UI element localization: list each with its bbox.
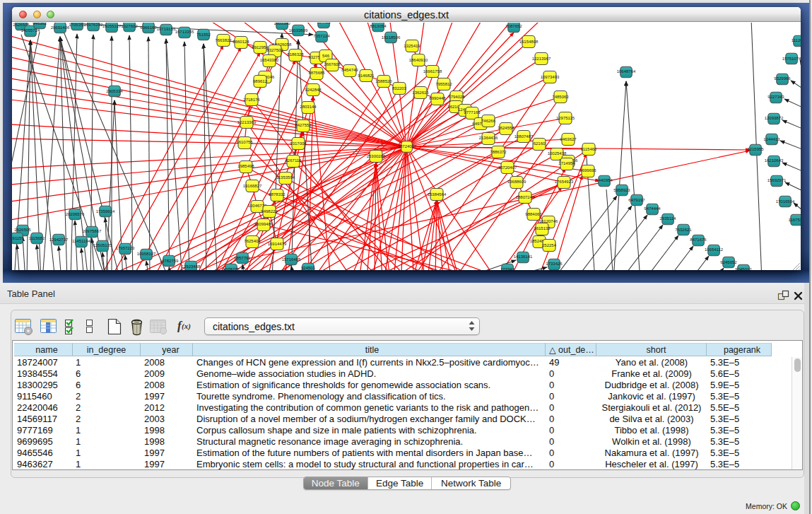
- svg-text:9474444: 9474444: [644, 206, 661, 211]
- svg-text:1440954: 1440954: [596, 178, 613, 182]
- svg-text:19218506: 19218506: [382, 35, 401, 40]
- svg-text:2935114: 2935114: [660, 216, 677, 221]
- svg-text:6966160: 6966160: [140, 25, 157, 30]
- svg-text:9699695: 9699695: [579, 168, 596, 173]
- svg-text:3875685: 3875685: [308, 71, 325, 75]
- svg-text:1078275: 1078275: [223, 267, 240, 270]
- svg-text:12923468: 12923468: [182, 264, 201, 269]
- svg-text:1167533: 1167533: [789, 218, 801, 222]
- svg-text:8878332: 8878332: [269, 192, 286, 197]
- svg-text:8990448: 8990448: [429, 96, 446, 100]
- svg-text:12942737: 12942737: [49, 238, 69, 242]
- svg-text:10648764: 10648764: [617, 69, 636, 74]
- svg-text:7485063: 7485063: [552, 95, 569, 99]
- svg-text:252254: 252254: [542, 243, 557, 247]
- svg-text:8454749: 8454749: [341, 68, 358, 72]
- svg-text:904452: 904452: [317, 23, 331, 24]
- svg-text:9884067: 9884067: [525, 212, 542, 216]
- svg-text:16099489: 16099489: [254, 222, 273, 226]
- svg-text:751552: 751552: [196, 33, 211, 37]
- svg-text:391159: 391159: [12, 236, 24, 240]
- svg-text:17957223: 17957223: [116, 246, 135, 250]
- svg-text:8267110: 8267110: [286, 158, 302, 163]
- svg-text:19166827: 19166827: [243, 184, 262, 188]
- svg-text:7955812: 7955812: [435, 82, 452, 86]
- svg-text:10973493: 10973493: [541, 75, 560, 79]
- svg-text:11353594: 11353594: [276, 175, 295, 180]
- svg-text:2905334: 2905334: [106, 89, 123, 93]
- svg-text:6794028: 6794028: [448, 95, 465, 99]
- svg-text:9327503: 9327503: [266, 48, 283, 52]
- svg-text:7625402: 7625402: [244, 239, 261, 243]
- svg-text:12213369: 12213369: [237, 120, 257, 124]
- svg-text:8471676: 8471676: [690, 238, 707, 242]
- svg-text:(x): (x): [182, 322, 191, 331]
- svg-text:9857791: 9857791: [234, 256, 251, 260]
- svg-text:9463627: 9463627: [560, 137, 577, 141]
- svg-text:9329966: 9329966: [774, 76, 791, 81]
- svg-text:7357224: 7357224: [313, 34, 330, 38]
- svg-text:9242848: 9242848: [305, 88, 322, 92]
- svg-text:7632621: 7632621: [675, 228, 692, 232]
- svg-text:989612: 989612: [253, 79, 268, 83]
- svg-text:16961758: 16961758: [423, 69, 442, 74]
- svg-text:15751074: 15751074: [782, 57, 801, 61]
- svg-text:18724007: 18724007: [398, 144, 417, 148]
- svg-text:10976392: 10976392: [84, 23, 103, 27]
- svg-text:1115682: 1115682: [29, 236, 45, 240]
- svg-text:20691406: 20691406: [51, 25, 70, 30]
- svg-text:1610755: 1610755: [236, 140, 253, 144]
- svg-text:25300285: 25300285: [367, 154, 386, 158]
- svg-text:11451194: 11451194: [72, 239, 90, 243]
- svg-text:1588520: 1588520: [375, 79, 392, 83]
- svg-text:15720407: 15720407: [498, 165, 517, 170]
- svg-text:16154808: 16154808: [519, 40, 539, 44]
- svg-text:10958107: 10958107: [137, 252, 156, 256]
- svg-text:9146821: 9146821: [358, 74, 375, 78]
- svg-text:20206576: 20206576: [66, 212, 85, 216]
- svg-text:16713355: 16713355: [175, 30, 194, 34]
- svg-text:12505135: 12505135: [93, 243, 112, 247]
- svg-text:16033809: 16033809: [289, 28, 308, 33]
- svg-text:8186328: 8186328: [287, 52, 304, 57]
- svg-text:9227343: 9227343: [767, 95, 784, 99]
- svg-text:12213967: 12213967: [532, 57, 551, 61]
- svg-text:7886372: 7886372: [490, 150, 507, 154]
- svg-text:924501: 924501: [301, 266, 316, 270]
- svg-text:18807249: 18807249: [516, 195, 535, 199]
- svg-text:12975115: 12975115: [556, 116, 575, 120]
- svg-text:16543382: 16543382: [260, 58, 279, 62]
- svg-text:832203: 832203: [392, 86, 407, 90]
- svg-text:173342: 173342: [500, 267, 515, 270]
- svg-text:14136141: 14136141: [514, 255, 533, 259]
- svg-text:9245012: 9245012: [735, 267, 752, 270]
- svg-text:1112045: 1112045: [792, 38, 801, 42]
- svg-text:5958923: 5958923: [613, 188, 630, 192]
- svg-text:1615132: 1615132: [534, 226, 551, 230]
- svg-text:15716485: 15716485: [282, 257, 301, 262]
- svg-text:1244413: 1244413: [763, 137, 780, 141]
- svg-text:16210643: 16210643: [765, 158, 784, 163]
- svg-text:15692971: 15692971: [767, 178, 787, 182]
- svg-text:8660124: 8660124: [233, 40, 249, 44]
- svg-text:12093872: 12093872: [765, 116, 784, 120]
- svg-text:10688609: 10688609: [507, 180, 526, 184]
- svg-text:2667608: 2667608: [324, 62, 341, 66]
- svg-text:2626505: 2626505: [14, 228, 31, 232]
- svg-text:9115460: 9115460: [581, 147, 598, 151]
- svg-text:1325419: 1325419: [404, 44, 420, 48]
- svg-text:6479197: 6479197: [628, 198, 645, 202]
- svg-text:746266: 746266: [481, 119, 496, 123]
- svg-text:9777169: 9777169: [464, 110, 481, 115]
- svg-text:546: 546: [322, 54, 330, 58]
- svg-text:16055327: 16055327: [102, 24, 122, 28]
- svg-text:8427552: 8427552: [295, 123, 312, 127]
- svg-text:9498222: 9498222: [261, 209, 278, 214]
- svg-text:10719155: 10719155: [157, 27, 176, 31]
- svg-text:1603380: 1603380: [273, 23, 290, 25]
- svg-text:18640910: 18640910: [409, 58, 428, 62]
- svg-text:17016504: 17016504: [776, 199, 795, 204]
- svg-text:8813054: 8813054: [370, 24, 387, 28]
- svg-text:10807487: 10807487: [514, 134, 534, 139]
- svg-text:2087652: 2087652: [505, 24, 522, 28]
